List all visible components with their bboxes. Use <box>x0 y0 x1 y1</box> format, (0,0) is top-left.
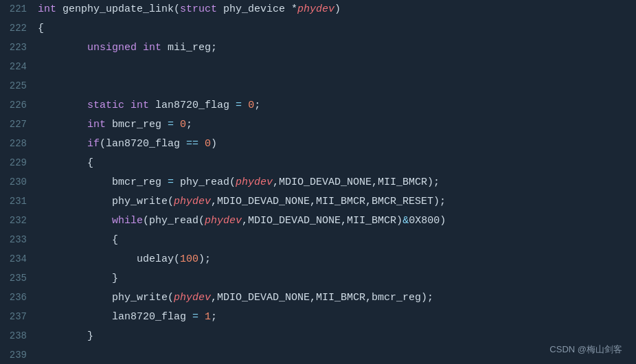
code-line: 234 udelay(100); <box>0 250 636 269</box>
line-content: lan8720_flag = 1; <box>38 308 636 326</box>
line-content <box>38 347 636 364</box>
line-number: 239 <box>0 350 38 361</box>
line-number: 226 <box>0 100 38 111</box>
line-content: { <box>38 20 636 38</box>
code-line: 238 } <box>0 327 636 346</box>
line-number: 228 <box>0 138 38 149</box>
line-content: } <box>38 270 636 288</box>
code-line: 223 unsigned int mii_reg; <box>0 38 636 58</box>
code-line: 229 { <box>0 154 636 173</box>
code-line: 236 phy_write(phydev,MDIO_DEVAD_NONE,MII… <box>0 288 636 308</box>
line-content: bmcr_reg = phy_read(phydev,MDIO_DEVAD_NO… <box>38 174 636 192</box>
line-content: phy_write(phydev,MDIO_DEVAD_NONE,MII_BMC… <box>38 289 636 307</box>
line-content: { <box>38 231 636 249</box>
line-number: 223 <box>0 42 38 53</box>
line-number: 229 <box>0 157 38 168</box>
code-line: 235 } <box>0 269 636 288</box>
code-line: 225 <box>0 77 636 96</box>
code-line: 233 { <box>0 231 636 250</box>
code-line: 231 phy_write(phydev,MDIO_DEVAD_NONE,MII… <box>0 192 636 212</box>
line-number: 238 <box>0 330 38 341</box>
code-line: 221int genphy_update_link(struct phy_dev… <box>0 0 636 19</box>
code-editor: 221int genphy_update_link(struct phy_dev… <box>0 0 636 364</box>
line-number: 235 <box>0 273 38 284</box>
line-number: 222 <box>0 23 38 34</box>
line-number: 221 <box>0 3 38 14</box>
line-number: 233 <box>0 234 38 245</box>
line-number: 224 <box>0 61 38 72</box>
line-content <box>38 78 636 95</box>
watermark: CSDN @梅山剑客 <box>549 343 622 356</box>
line-content: if(lan8720_flag == 0) <box>38 135 636 153</box>
code-line: 226 static int lan8720_flag = 0; <box>0 96 636 115</box>
line-number: 234 <box>0 253 38 264</box>
line-content: int bmcr_reg = 0; <box>38 116 636 134</box>
line-number: 225 <box>0 80 38 91</box>
code-line: 237 lan8720_flag = 1; <box>0 308 636 327</box>
line-content: udelay(100); <box>38 251 636 269</box>
line-content: unsigned int mii_reg; <box>38 39 636 57</box>
line-content: { <box>38 155 636 172</box>
line-number: 236 <box>0 292 38 303</box>
line-number: 230 <box>0 177 38 187</box>
code-line: 239 <box>0 346 636 364</box>
line-content: phy_write(phydev,MDIO_DEVAD_NONE,MII_BMC… <box>38 193 636 211</box>
line-content: } <box>38 328 636 345</box>
code-line: 232 while(phy_read(phydev,MDIO_DEVAD_NON… <box>0 212 636 231</box>
line-number: 227 <box>0 119 38 130</box>
code-line: 224 <box>0 58 636 77</box>
line-content: int genphy_update_link(struct phy_device… <box>38 1 636 19</box>
line-number: 232 <box>0 215 38 226</box>
code-line: 227 int bmcr_reg = 0; <box>0 115 636 135</box>
line-content: static int lan8720_flag = 0; <box>38 97 636 115</box>
line-number: 231 <box>0 196 38 207</box>
line-content: while(phy_read(phydev,MDIO_DEVAD_NONE,MI… <box>38 212 636 230</box>
code-line: 222{ <box>0 19 636 38</box>
code-line: 228 if(lan8720_flag == 0) <box>0 135 636 154</box>
line-content <box>38 58 636 76</box>
line-number: 237 <box>0 311 38 322</box>
code-line: 230 bmcr_reg = phy_read(phydev,MDIO_DEVA… <box>0 173 636 192</box>
